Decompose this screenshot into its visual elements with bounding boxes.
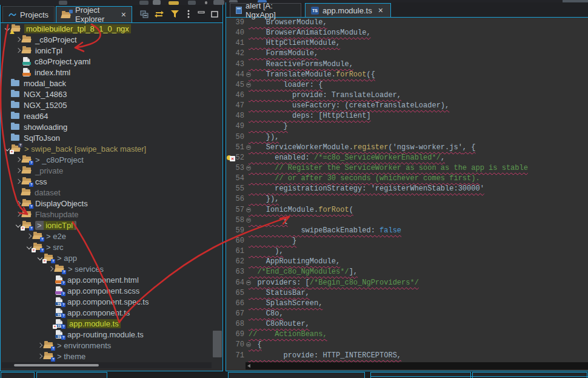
tab-project-explorer[interactable]: Project Explorer × [56,6,132,22]
chevron-right-icon[interactable] [16,48,21,53]
chevron-right-icon[interactable] [16,179,21,184]
code-line-63[interactable]: 63 /*End_c8o_NgModules*/], [226,267,588,277]
code-line-68[interactable]: 68 C8oRouter, [226,319,588,329]
tab-app-module-ts[interactable]: TS app.module.ts × [305,3,391,17]
horizontal-scrollbar[interactable] [2,362,212,368]
fold-collapse-icon[interactable] [246,72,251,77]
tree-item-swipe-back-swipe-back-master[interactable]: ×?> swipe_back [swipe_back master] [2,143,213,154]
code-line-46[interactable]: 46 provide: TranslateLoader, [226,90,588,101]
code-line-67[interactable]: 67 C8o, [226,309,588,319]
error-quickfix-icon[interactable]: × [227,155,236,162]
code-line-52[interactable]: ×52 enabled: /*=c8o_ServiceWorkerEnabled… [226,153,588,163]
tree-item-ngx-14863[interactable]: NGX_14863 [2,89,213,100]
chevron-right-icon[interactable] [38,354,42,359]
collapse-all-icon[interactable] [139,9,150,19]
code-line-48[interactable]: 48 deps: [HttpClient] [226,111,588,121]
code-line-69[interactable]: 69// ActionBeans, [226,329,588,340]
editor-horizontal-scrollbar[interactable] [246,362,588,370]
tree-item-app-routing-module-ts[interactable]: TS?app-routing.module.ts [2,329,213,340]
scroll-left-arrow-icon[interactable] [247,364,250,368]
view-menu-icon[interactable] [183,9,194,19]
code-line-60[interactable]: 60 } [226,236,588,246]
tree-item-c8oproject[interactable]: _c8oProject [2,34,213,45]
code-line-62[interactable]: 62 AppRoutingModule, [226,257,588,267]
tree-item-app-component-ts[interactable]: TS?app.component.ts [2,307,213,318]
code-line-53[interactable]: 53 // Register the ServiceWorker as soon… [226,163,588,174]
code-line-47[interactable]: 47 useFactory: (createTranslateLoader), [226,101,588,111]
code-line-55[interactable]: 55 registrationStrategy: 'registerWhenSt… [226,184,588,194]
tab-projects[interactable]: Projects [2,6,55,22]
code-line-39[interactable]: 39 BrowserModule, [226,18,588,28]
code-line-49[interactable]: 49 } [226,121,588,132]
tab-alert[interactable]: alert [A: NgxApp] [230,3,301,17]
code-line-71[interactable]: 71 provide: HTTP_INTERCEPTORS, [226,351,588,361]
tree-item-services[interactable]: ?> services [2,263,213,274]
close-icon[interactable]: × [378,5,383,15]
close-icon[interactable]: × [121,10,126,19]
tree-item-flashupdate[interactable]: Flashupdate [2,209,213,220]
chevron-down-icon[interactable] [5,26,10,31]
code-line-57[interactable]: 57 IonicModule.forRoot( [226,205,588,215]
code-line-43[interactable]: 43 ReactiveFormsModule, [226,59,588,70]
chevron-right-icon[interactable] [16,168,21,173]
chevron-right-icon[interactable] [16,37,21,42]
fold-collapse-icon[interactable] [246,166,251,170]
code-line-40[interactable]: 40 BrowserAnimationsModule, [226,28,588,38]
tree-item-theme[interactable]: ?> theme [2,351,213,362]
tree-item-displayobjects[interactable]: ?DisplayObjects [2,198,213,209]
tree-item-app-component-html[interactable]: ?app.component.html [2,274,213,285]
horizontal-scrollbar-thumb[interactable] [14,364,99,366]
fold-collapse-icon[interactable] [246,280,251,285]
code-line-65[interactable]: 65 StatusBar, [226,288,588,299]
tree-item-css[interactable]: ?css [2,176,213,187]
chevron-right-icon[interactable] [16,212,21,217]
fold-collapse-icon[interactable] [246,218,251,223]
tree-item-app-component-scss[interactable]: ?app.component.scss [2,285,213,296]
link-with-editor-icon[interactable] [153,9,164,19]
code-line-66[interactable]: 66 SplashScreen, [226,299,588,309]
chevron-down-icon[interactable] [27,245,32,249]
filter-icon[interactable] [169,9,180,19]
maximize-icon[interactable] [209,9,220,19]
tree-item-environments[interactable]: ?> environments [2,340,213,351]
code-line-51[interactable]: 51 ServiceWorkerModule.register('ngsw-wo… [226,143,588,153]
code-line-64[interactable]: 64 providers: [/*Begin_c8o_NgProviders*/ [226,278,588,288]
chevron-down-icon[interactable] [38,255,42,260]
chevron-right-icon[interactable] [16,157,21,162]
code-line-58[interactable]: 58 { [226,215,588,226]
chevron-right-icon[interactable] [38,343,42,348]
tree-item-read64[interactable]: read64 [2,110,213,121]
fold-collapse-icon[interactable] [246,83,251,87]
tree-item-app[interactable]: ×?> app [2,252,213,263]
tree-item-e2e[interactable]: ?> e2e [2,231,213,241]
minimize-icon[interactable] [196,9,207,19]
tree-item-modal-back[interactable]: modal_back [2,78,213,89]
code-line-59[interactable]: 59 swipeBackEnabled: false [226,226,588,236]
vertical-scrollbar-thumb[interactable] [213,331,222,357]
tree-item-sqltojson[interactable]: SqlToJson [2,132,213,143]
code-line-44[interactable]: 44 TranslateModule.forRoot({ [226,70,588,80]
code-line-41[interactable]: 41 HttpClientModule, [226,38,588,49]
chevron-right-icon[interactable] [16,201,21,206]
code-line-50[interactable]: 50 }), [226,132,588,143]
tree-item-private[interactable]: _private [2,165,213,176]
tree-item-ngx-15205[interactable]: NGX_15205 [2,100,213,110]
chevron-right-icon[interactable] [27,234,32,238]
tree-item-ionictpl[interactable]: ionicTpl [2,45,213,56]
code-line-42[interactable]: 42 FormsModule, [226,49,588,59]
tree-item-showloading[interactable]: showloading [2,121,213,132]
fold-collapse-icon[interactable] [246,208,251,212]
tree-item-ionictpl[interactable]: ×?> ionicTpl [2,220,213,231]
tree-item-c8oproject-yaml[interactable]: c8oProject.yaml [2,56,213,67]
code-line-45[interactable]: 45 loader: { [226,80,588,90]
code-line-70[interactable]: 70 { [226,340,588,350]
tree-item-src[interactable]: ×?> src [2,241,213,252]
code-line-56[interactable]: 56 }), [226,194,588,204]
code-line-61[interactable]: 61 ), [226,246,588,257]
tree-item-index-html[interactable]: index.html [2,67,213,78]
fold-collapse-icon[interactable] [246,145,251,150]
chevron-down-icon[interactable] [5,146,10,151]
code-line-54[interactable]: 54 // or after 30 seconds (whichever com… [226,174,588,184]
tree-item-mobilebuilder-tpl-8-1-0-ngx[interactable]: mobilebuilder_tpl_8_1_0_ngx [2,23,213,34]
tree-item-app-module-ts[interactable]: TS×?app.module.ts [2,318,213,329]
